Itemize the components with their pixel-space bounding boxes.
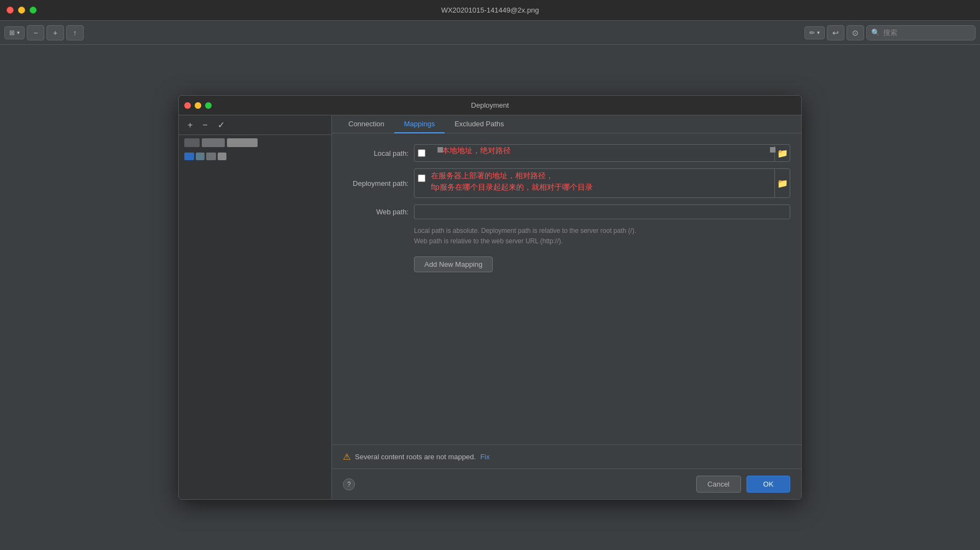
web-path-label: Web path: [343, 208, 414, 216]
rotate-button[interactable]: ↩ [827, 25, 844, 40]
search-bar: 🔍 [866, 25, 976, 40]
web-path-input[interactable]: / [415, 205, 790, 219]
sidebar-item[interactable] [179, 135, 331, 150]
local-path-small-sq2 [770, 147, 775, 153]
dialog-title-bar: Deployment [179, 96, 801, 115]
tab-excluded-paths[interactable]: Excluded Paths [445, 115, 514, 133]
sidebar-items [179, 135, 331, 499]
sidebar-toggle-chevron: ▾ [17, 30, 20, 36]
hint-line-2: Web path is relative to the web server U… [414, 236, 790, 247]
cancel-button[interactable]: Cancel [696, 476, 741, 493]
hint-line-1: Local path is absolute. Deployment path … [414, 226, 790, 236]
system-close-button[interactable] [7, 7, 14, 14]
dialog-traffic-lights [184, 102, 212, 109]
warning-text: Several content roots are not mapped. [355, 453, 476, 461]
sidebar-add-button[interactable]: + [184, 119, 196, 131]
person-button[interactable]: ⊙ [847, 25, 864, 40]
deployment-path-label: Deployment path: [343, 179, 414, 188]
deployment-path-browse-button[interactable]: 📁 [774, 169, 790, 197]
system-title-bar: WX20201015-141449@2x.png [0, 0, 980, 21]
warning-icon: ⚠ [343, 452, 351, 462]
add-new-mapping-button[interactable]: Add New Mapping [414, 256, 493, 272]
help-button[interactable]: ? [343, 478, 355, 490]
sidebar-confirm-button[interactable]: ✓ [214, 119, 228, 131]
hint-text: Local path is absolute. Deployment path … [414, 226, 790, 247]
dialog-close-button[interactable] [184, 102, 191, 109]
local-path-checkbox[interactable] [418, 149, 425, 157]
local-path-input-wrap: 本地地址，绝对路径 📁 [414, 144, 790, 162]
dialog-minimize-button[interactable] [195, 102, 201, 109]
zoom-out-button[interactable]: − [27, 25, 44, 40]
sidebar-remove-button[interactable]: − [199, 119, 211, 131]
dialog-title: Deployment [471, 101, 509, 109]
warning-bar: ⚠ Several content roots are not mapped. … [332, 444, 801, 469]
deployment-path-input[interactable] [429, 171, 790, 185]
sidebar-color-6 [206, 153, 216, 160]
sidebar-color-4 [184, 153, 194, 160]
fix-link[interactable]: Fix [480, 453, 489, 461]
system-toolbar: ⊞ ▾ − + ↑ ✏ ▾ ↩ ⊙ 🔍 [0, 21, 980, 45]
tabs: Connection Mappings Excluded Paths [332, 115, 801, 133]
dialog-body: + − ✓ [179, 115, 801, 499]
pen-button[interactable]: ✏ ▾ [804, 26, 825, 39]
tab-connection[interactable]: Connection [339, 115, 394, 133]
search-input[interactable] [883, 28, 971, 37]
local-path-browse-button[interactable]: 📁 [774, 145, 790, 161]
web-path-row: Web path: / [343, 204, 790, 219]
system-minimize-button[interactable] [18, 7, 25, 14]
sidebar-color-3 [227, 138, 258, 147]
deployment-path-input-wrap: 在服务器上部署的地址，相对路径， ftp服务在哪个目录起起来的，就相对于哪个目录… [414, 168, 790, 198]
pen-chevron-icon: ▾ [817, 30, 820, 36]
sidebar-color-7 [218, 153, 226, 160]
dialog-overlay: Deployment + − ✓ [0, 45, 980, 550]
system-maximize-button[interactable] [30, 7, 37, 14]
local-path-input[interactable] [429, 147, 774, 160]
dialog-footer: ? Cancel OK [332, 469, 801, 499]
local-path-label: Local path: [343, 149, 414, 157]
sidebar-item-2[interactable] [179, 150, 331, 162]
zoom-in-button[interactable]: + [46, 25, 64, 40]
main-content: Connection Mappings Excluded Paths Local… [332, 115, 801, 499]
search-icon: 🔍 [871, 28, 880, 37]
share-button[interactable]: ↑ [66, 25, 84, 40]
sidebar-toolbar: + − ✓ [179, 115, 331, 135]
footer-left: ? [343, 476, 691, 493]
tab-mappings[interactable]: Mappings [394, 115, 445, 133]
sidebar-toggle-button[interactable]: ⊞ ▾ [4, 26, 25, 39]
deployment-path-checkbox[interactable] [418, 174, 425, 182]
form-area: Local path: 本地地址，绝对路径 📁 Deployment path [332, 133, 801, 444]
local-path-small-sq [438, 147, 443, 153]
system-window-title: WX20201015-141449@2x.png [441, 6, 539, 14]
deployment-dialog: Deployment + − ✓ [178, 95, 802, 500]
ok-button[interactable]: OK [746, 476, 790, 493]
sidebar-color-1 [184, 138, 200, 147]
system-traffic-lights [7, 7, 37, 14]
sidebar-color-2 [202, 138, 225, 147]
deployment-path-row: Deployment path: 在服务器上部署的地址，相对路径， ftp服务在… [343, 168, 790, 198]
sidebar-color-5 [196, 153, 205, 160]
sidebar: + − ✓ [179, 115, 332, 499]
dialog-maximize-button[interactable] [205, 102, 212, 109]
web-path-input-wrap: / [414, 204, 790, 219]
local-path-row: Local path: 本地地址，绝对路径 📁 [343, 144, 790, 162]
